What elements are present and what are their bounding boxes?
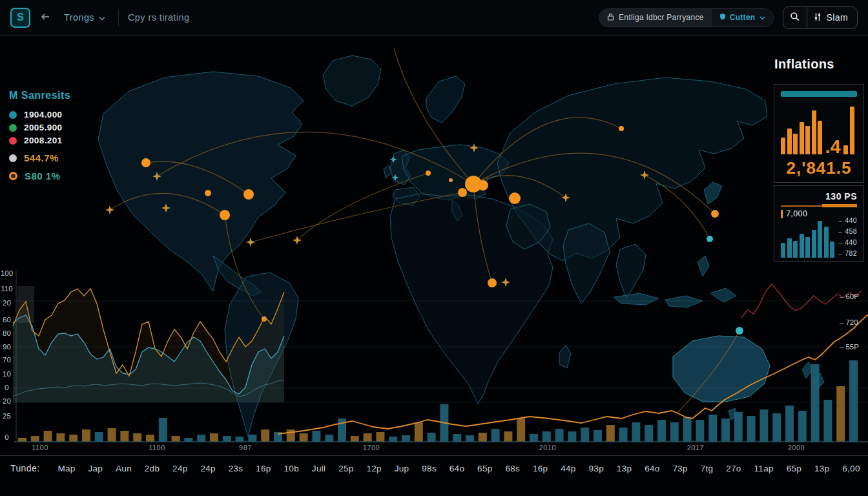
- ticker-label[interactable]: Aun: [116, 464, 132, 473]
- y-axis-label: 0: [0, 433, 14, 441]
- app-logo-glyph: S: [17, 12, 24, 23]
- ticker-label[interactable]: 73p: [672, 464, 687, 473]
- ticker-label[interactable]: Map: [57, 464, 75, 473]
- legend-stat[interactable]: 544.7%: [9, 152, 70, 163]
- ticker-label[interactable]: 64o: [450, 464, 464, 473]
- ticker-label[interactable]: 64o: [645, 464, 659, 473]
- ticker-label[interactable]: 93p: [589, 464, 604, 473]
- search-button[interactable]: [783, 7, 807, 28]
- card2-bar-chart: [781, 221, 834, 258]
- orange-bar: [818, 121, 822, 154]
- map-dot-orange[interactable]: [205, 190, 211, 196]
- island-new-guinea: [710, 288, 736, 302]
- inflation-overlay-number: .4: [825, 140, 841, 154]
- ticker-label[interactable]: 98s: [422, 464, 437, 473]
- ticker-label[interactable]: 44p: [561, 464, 575, 473]
- ticker-label[interactable]: 6,00: [842, 464, 860, 473]
- page-subtitle: Cpy rs tirating: [128, 12, 189, 23]
- map-dot-orange[interactable]: [619, 126, 624, 131]
- app-logo[interactable]: S: [10, 8, 30, 28]
- ticker-label[interactable]: Jup: [395, 464, 409, 473]
- legend-item[interactable]: 1904.000: [9, 110, 70, 119]
- map-dot-orange[interactable]: [141, 158, 150, 167]
- ticker-label[interactable]: Jull: [312, 464, 326, 473]
- y-axis-label-right: –60P: [840, 293, 868, 300]
- map-dot-teal[interactable]: [736, 327, 743, 335]
- map-dot-orange[interactable]: [478, 180, 488, 191]
- ticker-label[interactable]: 68s: [505, 464, 520, 473]
- ticker-label[interactable]: 16p: [533, 464, 548, 473]
- x-axis-year-label: 987: [223, 444, 268, 451]
- teal-bar: [830, 242, 834, 258]
- ticker-label[interactable]: 24p: [200, 464, 215, 473]
- card2-badge: 130 PS: [781, 191, 857, 202]
- bottom-divider: [0, 455, 868, 456]
- filter-field[interactable]: Slam: [807, 7, 858, 28]
- shield-lock-icon: [719, 13, 726, 22]
- orange-bar: [800, 122, 804, 154]
- ticker-label[interactable]: 24p: [172, 464, 187, 473]
- top-bar-divider: [118, 9, 119, 26]
- legend-dot-icon: [9, 137, 17, 145]
- x-axis-year-label: 2000: [774, 444, 819, 451]
- ticker-label[interactable]: 25p: [338, 464, 353, 473]
- x-axis-year-label: 2010: [525, 444, 570, 451]
- compliance-button-group: Entliga Idbcr Parryance Cutten: [599, 8, 773, 27]
- island-new-zealand-north: [802, 362, 812, 378]
- ticker-label[interactable]: 7tg: [701, 464, 714, 473]
- map-dot-orange[interactable]: [458, 188, 467, 197]
- map-dot-orange[interactable]: [449, 178, 453, 182]
- ticker-label[interactable]: 13p: [617, 464, 632, 473]
- map-dot-orange[interactable]: [488, 278, 497, 287]
- orange-tick-icon: [781, 210, 783, 218]
- continent-south-america: [225, 273, 298, 437]
- compliance-button[interactable]: Entliga Idbcr Parryance: [599, 9, 712, 26]
- trends-dropdown[interactable]: Trongs: [60, 12, 109, 23]
- back-button[interactable]: [39, 12, 51, 24]
- ticker-label[interactable]: 13p: [814, 464, 829, 473]
- ticker-label[interactable]: 10b: [284, 464, 299, 473]
- legend-item-label: 1904.000: [24, 110, 63, 119]
- trends-label: Trongs: [64, 12, 94, 23]
- ticker-label[interactable]: 12p: [366, 464, 381, 473]
- card2-body: 7,000 –440–458–440–782: [781, 209, 857, 258]
- ticker-label[interactable]: 65p: [787, 464, 801, 473]
- map-dot-orange[interactable]: [220, 210, 230, 220]
- map-dot-orange[interactable]: [711, 210, 719, 218]
- legend-item[interactable]: 2008.201: [9, 136, 70, 145]
- card2-left-value: 7,000: [786, 209, 807, 218]
- card2-axis-label: –782: [838, 249, 857, 257]
- peninsula-se-asia: [616, 244, 646, 298]
- back-arrow-icon: [41, 13, 50, 23]
- y-axis-label: 80: [0, 329, 14, 337]
- map-dot-orange[interactable]: [262, 316, 267, 322]
- map-dot-orange[interactable]: [509, 192, 521, 204]
- teal-bar: [805, 237, 810, 258]
- cutten-dropdown[interactable]: Cutten: [712, 9, 773, 26]
- ticker-label[interactable]: 16p: [256, 464, 271, 473]
- y-axis-label: 100: [0, 269, 14, 277]
- orange-bar: [850, 107, 854, 154]
- ticker-label[interactable]: 11ap: [754, 464, 774, 473]
- legend-items: 1904.0002005.9002008.201: [9, 110, 70, 145]
- island-new-zealand-south: [811, 373, 824, 391]
- map-dot-orange[interactable]: [243, 189, 254, 200]
- teal-bar: [824, 227, 829, 258]
- ticker-label[interactable]: 23s: [229, 464, 243, 473]
- burst-marker-icon: [105, 205, 114, 214]
- map-dot-orange[interactable]: [426, 170, 431, 176]
- legend-item-label: 2008.201: [24, 136, 63, 145]
- legend-item[interactable]: 2005.900: [9, 123, 70, 132]
- ticker-label[interactable]: 65p: [477, 464, 492, 473]
- ticker-label[interactable]: 27o: [726, 464, 741, 473]
- map-dot-teal[interactable]: [707, 236, 713, 242]
- ticker-label[interactable]: Jap: [88, 464, 103, 473]
- ticker-label[interactable]: 2db: [145, 464, 160, 473]
- legend-stat[interactable]: S80 1%: [9, 170, 70, 181]
- ticker-prefix: Tunde:: [10, 463, 39, 473]
- legend-panel: M Sanresits 1904.0002005.9002008.201 544…: [9, 90, 70, 181]
- island-madagascar: [559, 345, 571, 368]
- y-axis-label: 20: [0, 397, 14, 405]
- legend-title: M Sanresits: [9, 90, 70, 101]
- island-philippines: [698, 256, 709, 276]
